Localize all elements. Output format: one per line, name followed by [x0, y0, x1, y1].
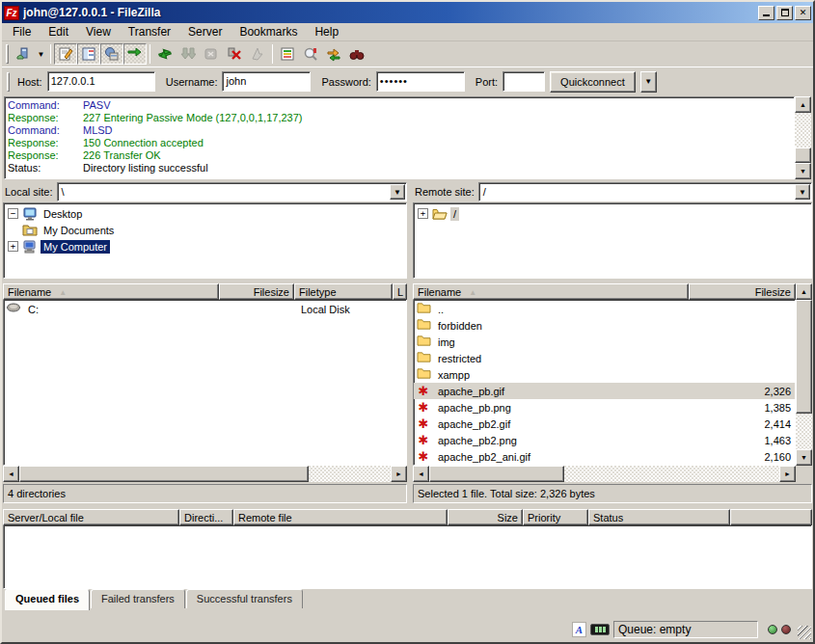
directory-comparison-button[interactable]	[299, 43, 322, 65]
file-row[interactable]: img	[414, 334, 795, 350]
file-row[interactable]: restricted	[414, 350, 795, 366]
file-row[interactable]: ✱ apache_pb2_ani.gif 2,160	[414, 448, 795, 465]
find-files-button[interactable]	[345, 43, 368, 65]
file-row-c-drive[interactable]: C: Local Disk	[4, 301, 406, 317]
log-vertical-scrollbar[interactable]: ▲ ▼	[795, 96, 811, 179]
remote-site-row: Remote site: / ▼	[412, 181, 813, 202]
toggle-remote-tree-button[interactable]	[100, 43, 123, 65]
menu-server[interactable]: Server	[179, 23, 231, 40]
chevron-down-icon[interactable]: ▼	[390, 184, 405, 200]
file-row[interactable]: ..	[414, 301, 795, 317]
quickconnect-dropdown[interactable]: ▼	[640, 71, 657, 93]
menu-help[interactable]: Help	[306, 23, 347, 40]
log-line: Response:150 Connection accepted	[8, 137, 794, 149]
disconnect-button[interactable]	[223, 43, 246, 65]
toggle-local-tree-button[interactable]	[77, 43, 100, 65]
file-row-selected[interactable]: ✱ apache_pb.gif 2,326	[414, 383, 795, 399]
menu-view[interactable]: View	[77, 23, 120, 40]
menu-file[interactable]: File	[4, 23, 40, 40]
tab-successful-transfers[interactable]: Successful transfers	[186, 589, 303, 608]
scroll-right-icon[interactable]: ►	[779, 466, 796, 482]
tab-failed-transfers[interactable]: Failed transfers	[91, 589, 185, 608]
menu-transfer[interactable]: Transfer	[120, 23, 179, 40]
column-header-priority[interactable]: Priority	[523, 509, 588, 525]
chevron-down-icon[interactable]: ▼	[795, 184, 810, 200]
quickconnect-button[interactable]: Quickconnect	[550, 71, 636, 93]
site-manager-button[interactable]	[12, 43, 35, 65]
column-header-filename[interactable]: Filename▲	[413, 283, 689, 300]
column-header-filetype[interactable]: Filetype	[294, 283, 393, 300]
local-file-list[interactable]: C: Local Disk	[3, 300, 407, 466]
site-manager-dropdown[interactable]: ▼	[35, 43, 47, 65]
column-header-filename[interactable]: Filename▲	[3, 283, 219, 300]
process-queue-icon	[180, 46, 196, 62]
scrollbar-thumb[interactable]	[795, 148, 811, 163]
scrollbar-thumb[interactable]	[429, 466, 564, 482]
queue-list[interactable]	[3, 525, 812, 589]
tab-queued-files[interactable]: Queued files	[5, 589, 90, 610]
scroll-left-icon[interactable]: ◄	[413, 466, 429, 482]
toggle-queue-button[interactable]	[123, 43, 147, 65]
local-horizontal-scrollbar[interactable]: ◄ ►	[3, 466, 407, 482]
remote-file-list[interactable]: .. forbidden img	[413, 300, 796, 466]
scrollbar-thumb[interactable]	[19, 466, 309, 482]
remote-horizontal-scrollbar[interactable]: ◄ ►	[413, 466, 796, 482]
file-row[interactable]: forbidden	[414, 317, 795, 334]
column-header-last-modified[interactable]: L	[393, 283, 407, 300]
resize-grip[interactable]	[798, 626, 811, 639]
local-site-combobox[interactable]: \ ▼	[57, 182, 407, 201]
maximize-button[interactable]	[776, 6, 793, 20]
scroll-down-icon[interactable]: ▼	[795, 163, 811, 179]
column-header-filesize[interactable]: Filesize	[219, 283, 294, 300]
tree-item-desktop[interactable]: − Desktop	[6, 205, 406, 222]
column-header-filesize[interactable]: Filesize	[689, 283, 796, 300]
file-row[interactable]: ✱ apache_pb2.png 1,463	[414, 432, 795, 448]
minimize-button[interactable]	[758, 6, 774, 20]
column-header-remote-file[interactable]: Remote file	[233, 509, 448, 525]
folder-icon	[416, 367, 431, 382]
file-row[interactable]: ✱ apache_pb.png 1,385	[414, 399, 795, 416]
scrollbar-thumb[interactable]	[796, 300, 812, 414]
column-header-status[interactable]: Status	[588, 509, 730, 525]
scroll-up-icon[interactable]: ▲	[795, 96, 811, 113]
synchronized-browsing-button[interactable]	[322, 43, 345, 65]
refresh-button[interactable]	[153, 43, 177, 65]
column-header-blank	[730, 509, 812, 525]
menu-edit[interactable]: Edit	[40, 23, 77, 40]
process-queue-button[interactable]	[177, 43, 200, 65]
column-header-size[interactable]: Size	[448, 509, 523, 525]
port-input[interactable]	[503, 71, 545, 92]
filter-button[interactable]	[276, 43, 299, 65]
file-row[interactable]: xampp	[414, 366, 795, 383]
file-row[interactable]: ✱ apache_pb2.gif 2,414	[414, 416, 795, 432]
close-button[interactable]: ✕	[795, 6, 811, 20]
host-input[interactable]: 127.0.0.1	[47, 71, 155, 92]
expand-icon[interactable]: +	[418, 208, 428, 219]
reconnect-button[interactable]	[246, 43, 269, 65]
titlebar[interactable]: Fz john@127.0.0.1 - FileZilla ✕	[2, 2, 813, 23]
toggle-message-log-button[interactable]	[54, 43, 77, 65]
expand-icon[interactable]: +	[8, 241, 18, 252]
remote-pane: Remote site: / ▼ + /	[412, 181, 813, 503]
scroll-left-icon[interactable]: ◄	[3, 466, 19, 482]
scroll-up-icon[interactable]: ▲	[796, 283, 812, 300]
remote-site-combobox[interactable]: / ▼	[478, 182, 812, 201]
remote-vertical-scrollbar[interactable]: ▲ ▼	[796, 283, 812, 482]
scroll-right-icon[interactable]: ►	[391, 466, 407, 482]
column-header-server-local-file[interactable]: Server/Local file	[3, 509, 179, 525]
sort-asc-icon: ▲	[59, 288, 67, 297]
toolbar-grip[interactable]	[6, 44, 9, 64]
menu-bookmarks[interactable]: Bookmarks	[231, 23, 306, 40]
username-input[interactable]: john	[222, 71, 311, 92]
collapse-icon[interactable]: −	[8, 208, 18, 219]
tree-item-my-documents[interactable]: My Documents	[6, 222, 406, 238]
log-line: Command:PASV	[8, 99, 794, 112]
tree-item-root[interactable]: + /	[416, 205, 811, 222]
tree-item-my-computer[interactable]: + My Computer	[6, 238, 406, 255]
scroll-down-icon[interactable]: ▼	[796, 449, 812, 466]
quickconnect-grip[interactable]	[7, 72, 10, 92]
cancel-button[interactable]	[200, 43, 223, 65]
log-line: Response:227 Entering Passive Mode (127,…	[8, 112, 794, 124]
column-header-direction[interactable]: Directi...	[179, 509, 233, 525]
password-input[interactable]: ••••••	[376, 71, 465, 92]
